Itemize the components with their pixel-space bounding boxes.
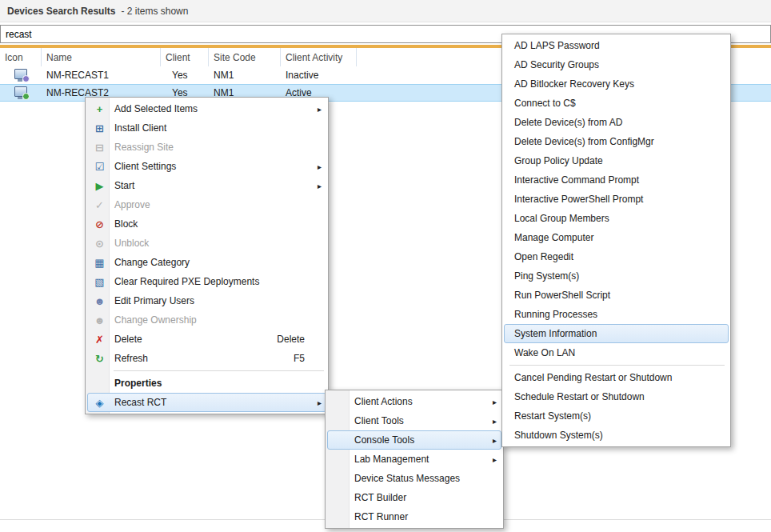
menu-item-label: Change Category	[114, 257, 190, 268]
menu-item-properties[interactable]: Properties	[87, 374, 326, 393]
submenu-arrow-icon: ▸	[489, 436, 497, 445]
column-header-site-code[interactable]: Site Code	[209, 48, 281, 66]
menu-item-clear-required-pxe-deployments[interactable]: ▧Clear Required PXE Deployments	[87, 272, 326, 291]
menu-item-label: Local Group Members	[514, 213, 609, 224]
change-ownership-icon: ☻	[90, 315, 109, 326]
menu-item-block[interactable]: ⊘Block	[87, 214, 326, 234]
menu-item-edit-primary-users[interactable]: ☻Edit Primary Users	[87, 291, 326, 310]
menu-item-delete[interactable]: ✗DeleteDelete	[87, 330, 326, 349]
menu-item-label: AD Security Groups	[514, 59, 599, 70]
menu-item-label: Device Status Messages	[354, 473, 460, 484]
submenu-arrow-icon: ▸	[314, 162, 322, 171]
menu-item-label: Running Processes	[514, 309, 597, 320]
menu-item-label: Ping System(s)	[514, 270, 579, 282]
column-header-client[interactable]: Client	[161, 48, 209, 66]
menu-item-refresh[interactable]: ↻RefreshF5	[87, 349, 326, 368]
menu-item-local-group-members[interactable]: Local Group Members	[504, 209, 729, 228]
device-status-badge	[22, 75, 30, 82]
reassign-site-icon: ⊟	[90, 142, 109, 153]
menu-item-ad-security-groups[interactable]: AD Security Groups	[504, 55, 729, 74]
menu-item-ad-bitlocker-recovery-keys[interactable]: AD Bitlocker Recovery Keys	[504, 74, 729, 94]
menu-item-client-tools[interactable]: Client Tools▸	[327, 411, 501, 430]
menu-item-label: Add Selected Items	[114, 103, 198, 114]
device-icon-cell	[0, 84, 42, 102]
menu-item-rct-runner[interactable]: RCT Runner	[327, 507, 501, 526]
client-settings-icon: ☑	[90, 162, 109, 172]
menu-item-label: AD LAPS Password	[514, 40, 600, 51]
menu-item-label: Edit Primary Users	[114, 295, 194, 306]
menu-item-wake-on-lan[interactable]: Wake On LAN	[504, 343, 729, 362]
menu-item-restart-system-s[interactable]: Restart System(s)	[504, 406, 729, 426]
menu-item-device-status-messages[interactable]: Device Status Messages	[327, 469, 501, 488]
menu-item-interactive-command-prompt[interactable]: Interactive Command Prompt	[504, 170, 729, 190]
menu-item-label: Install Client	[114, 122, 166, 134]
column-header-name[interactable]: Name	[42, 48, 161, 66]
menu-item-label: Client Settings	[114, 161, 176, 172]
results-header-bar: Devices Search Results - 2 items shown	[0, 0, 771, 22]
menu-item-label: Connect to C$	[514, 98, 576, 109]
menu-item-right: F5	[294, 353, 322, 364]
clear-pxe-icon: ▧	[90, 277, 109, 287]
menu-item-recast-rct[interactable]: ◈Recast RCT▸	[87, 393, 326, 412]
menu-item-label: Console Tools	[354, 434, 414, 446]
menu-item-change-category[interactable]: ▦Change Category	[87, 253, 326, 272]
menu-item-delete-device-s-from-configmgr[interactable]: Delete Device(s) from ConfigMgr	[504, 132, 729, 151]
menu-item-manage-computer[interactable]: Manage Computer	[504, 228, 729, 247]
column-header-icon[interactable]: Icon	[0, 48, 42, 66]
menu-item-client-actions[interactable]: Client Actions▸	[327, 392, 501, 411]
items-count-label: - 2 items shown	[121, 6, 188, 17]
menu-item-cancel-pending-restart-or-shutdown[interactable]: Cancel Pending Restart or Shutdown	[504, 368, 729, 387]
menu-item-shutdown-system-s[interactable]: Shutdown System(s)	[504, 426, 729, 445]
change-category-icon: ▦	[90, 258, 109, 268]
menu-item-label: Recast RCT	[114, 397, 166, 408]
menu-item-label: Interactive Command Prompt	[514, 174, 639, 186]
menu-item-right: ▸	[314, 162, 322, 171]
menu-item-ping-system-s[interactable]: Ping System(s)	[504, 266, 729, 286]
column-header-client-activity[interactable]: Client Activity	[281, 48, 357, 66]
submenu-arrow-icon: ▸	[314, 182, 322, 190]
unblock-icon: ⊙	[90, 238, 109, 249]
menu-item-lab-management[interactable]: Lab Management▸	[327, 450, 501, 469]
menu-item-label: Shutdown System(s)	[514, 430, 603, 441]
menu-item-reassign-site: ⊟Reassign Site	[87, 138, 326, 157]
menu-item-label: Wake On LAN	[514, 347, 575, 358]
console-tools-submenu: AD LAPS PasswordAD Security GroupsAD Bit…	[501, 34, 731, 447]
menu-item-add-selected-items[interactable]: +Add Selected Items▸	[87, 99, 326, 118]
site-code-cell: NM1	[209, 66, 281, 84]
recast-rct-icon: ◈	[90, 398, 109, 408]
menu-item-start[interactable]: ▶Start▸	[87, 176, 326, 195]
menu-item-label: Properties	[114, 378, 162, 389]
menu-item-run-powershell-script[interactable]: Run PowerShell Script	[504, 286, 729, 305]
menu-item-right: ▸	[489, 417, 497, 426]
menu-item-ad-laps-password[interactable]: AD LAPS Password	[504, 36, 729, 55]
menu-item-label: Refresh	[114, 353, 148, 364]
menu-item-system-information[interactable]: System Information	[504, 324, 729, 343]
menu-item-label: Group Policy Update	[514, 155, 603, 166]
menu-item-install-client[interactable]: ⊞Install Client	[87, 118, 326, 138]
menu-item-delete-device-s-from-ad[interactable]: Delete Device(s) from AD	[504, 113, 729, 132]
menu-item-right: ▸	[489, 455, 497, 464]
menu-item-label: Manage Computer	[514, 232, 593, 243]
device-icon	[14, 86, 27, 97]
menu-item-schedule-restart-or-shutdown[interactable]: Schedule Restart or Shutdown	[504, 387, 729, 406]
menu-item-change-ownership: ☻Change Ownership	[87, 310, 326, 330]
submenu-arrow-icon: ▸	[489, 417, 497, 426]
menu-item-console-tools[interactable]: Console Tools▸	[327, 430, 501, 450]
menu-item-right: ▸	[489, 436, 497, 445]
device-icon	[14, 69, 27, 79]
menu-item-rct-builder[interactable]: RCT Builder	[327, 488, 501, 507]
menu-item-approve: ✓Approve	[87, 195, 326, 214]
menu-item-client-settings[interactable]: ☑Client Settings▸	[87, 157, 326, 176]
menu-item-interactive-powershell-prompt[interactable]: Interactive PowerShell Prompt	[504, 190, 729, 209]
add-icon: +	[90, 104, 109, 114]
menu-item-right: Delete	[277, 334, 322, 345]
menu-item-connect-to-c[interactable]: Connect to C$	[504, 94, 729, 113]
menu-item-label: Restart System(s)	[514, 410, 591, 422]
menu-item-open-regedit[interactable]: Open Regedit	[504, 247, 729, 266]
start-icon: ▶	[90, 181, 109, 191]
menu-item-group-policy-update[interactable]: Group Policy Update	[504, 151, 729, 170]
menu-item-label: Run PowerShell Script	[514, 290, 610, 301]
client-cell: Yes	[161, 66, 209, 84]
menu-item-running-processes[interactable]: Running Processes	[504, 305, 729, 324]
device-status-badge	[22, 93, 30, 100]
